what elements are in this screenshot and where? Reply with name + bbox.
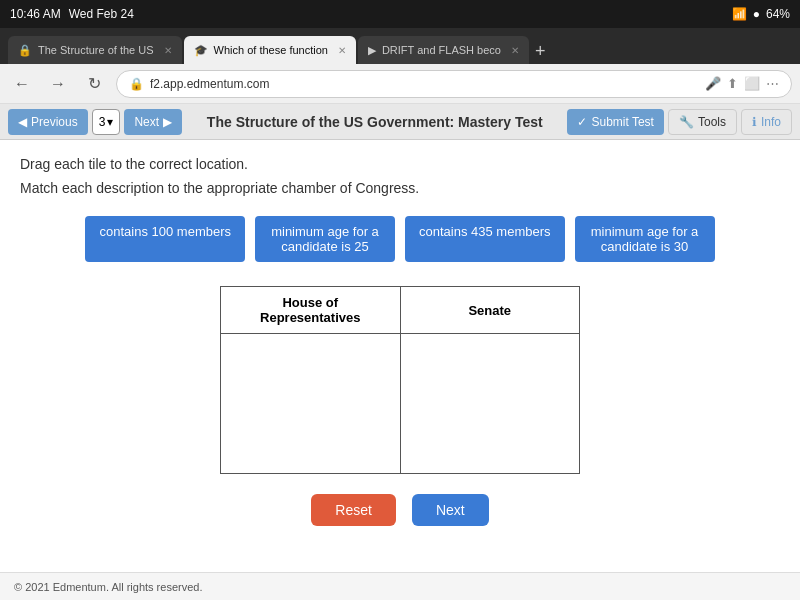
- tab2-icon: 🎓: [194, 44, 208, 57]
- forward-button[interactable]: →: [44, 70, 72, 98]
- tile-min-age-25-label: minimum age for a candidate is 25: [271, 224, 379, 254]
- main-content: Drag each tile to the correct location. …: [0, 140, 800, 572]
- url-bar-icons: 🎤 ⬆ ⬜ ⋯: [705, 76, 779, 91]
- tab1-icon: 🔒: [18, 44, 32, 57]
- tile-contains-435[interactable]: contains 435 members: [405, 216, 565, 262]
- reload-button[interactable]: ↻: [80, 70, 108, 98]
- app-toolbar: ◀ Previous 3 ▾ Next ▶ The Structure of t…: [0, 104, 800, 140]
- instruction1: Drag each tile to the correct location.: [20, 156, 780, 172]
- browser-tab-3[interactable]: ▶ DRIFT and FLASH beco ✕: [358, 36, 529, 64]
- tabs-bar: 🔒 The Structure of the US ✕ 🎓 Which of t…: [0, 28, 800, 64]
- tile-min-age-25[interactable]: minimum age for a candidate is 25: [255, 216, 395, 262]
- status-right: 📶 ● 64%: [732, 7, 790, 21]
- tile-min-age-30-label: minimum age for a candidate is 30: [591, 224, 699, 254]
- lock-icon: 🔒: [129, 77, 144, 91]
- submit-label: Submit Test: [591, 115, 653, 129]
- menu-icon[interactable]: ⋯: [766, 76, 779, 91]
- question-indicator[interactable]: 3 ▾: [92, 109, 121, 135]
- info-button[interactable]: ℹ Info: [741, 109, 792, 135]
- next-arrow-icon: ▶: [163, 115, 172, 129]
- house-drop-zone[interactable]: [221, 334, 401, 474]
- tools-icon: 🔧: [679, 115, 694, 129]
- tile-contains-435-label: contains 435 members: [419, 224, 551, 239]
- reset-button[interactable]: Reset: [311, 494, 396, 526]
- tab3-close[interactable]: ✕: [511, 45, 519, 56]
- next-action-button[interactable]: Next: [412, 494, 489, 526]
- wifi-icon: 📶: [732, 7, 747, 21]
- browser-tab-1[interactable]: 🔒 The Structure of the US ✕: [8, 36, 182, 64]
- senate-header: Senate: [400, 287, 580, 334]
- tab1-label: The Structure of the US: [38, 44, 154, 56]
- prev-arrow-icon: ◀: [18, 115, 27, 129]
- page-title: The Structure of the US Government: Mast…: [186, 114, 563, 130]
- house-header: House of Representatives: [221, 287, 401, 334]
- browser-tab-2[interactable]: 🎓 Which of these function ✕: [184, 36, 356, 64]
- checkmark-icon: ✓: [577, 115, 587, 129]
- address-bar: ← → ↻ 🔒 f2.app.edmentum.com 🎤 ⬆ ⬜ ⋯: [0, 64, 800, 104]
- previous-button[interactable]: ◀ Previous: [8, 109, 88, 135]
- new-tab-button[interactable]: +: [531, 41, 550, 62]
- url-bar[interactable]: 🔒 f2.app.edmentum.com 🎤 ⬆ ⬜ ⋯: [116, 70, 792, 98]
- battery-display: 64%: [766, 7, 790, 21]
- tab3-icon: ▶: [368, 44, 376, 57]
- back-button[interactable]: ←: [8, 70, 36, 98]
- dropdown-icon: ▾: [107, 115, 113, 129]
- mic-icon[interactable]: 🎤: [705, 76, 721, 91]
- tabs-count-icon[interactable]: ⬜: [744, 76, 760, 91]
- tile-contains-100[interactable]: contains 100 members: [85, 216, 245, 262]
- next-toolbar-button[interactable]: Next ▶: [124, 109, 182, 135]
- tools-label: Tools: [698, 115, 726, 129]
- date-display: Wed Feb 24: [69, 7, 134, 21]
- time-display: 10:46 AM: [10, 7, 61, 21]
- tab1-close[interactable]: ✕: [164, 45, 172, 56]
- tools-button[interactable]: 🔧 Tools: [668, 109, 737, 135]
- previous-label: Previous: [31, 115, 78, 129]
- action-buttons: Reset Next: [20, 494, 780, 526]
- tab2-label: Which of these function: [214, 44, 328, 56]
- tiles-container: contains 100 members minimum age for a c…: [20, 216, 780, 262]
- share-icon[interactable]: ⬆: [727, 76, 738, 91]
- info-icon: ℹ: [752, 115, 757, 129]
- tab3-label: DRIFT and FLASH beco: [382, 44, 501, 56]
- tile-contains-100-label: contains 100 members: [99, 224, 231, 239]
- drop-table-wrapper: House of Representatives Senate: [20, 286, 780, 474]
- next-label: Next: [134, 115, 159, 129]
- info-label: Info: [761, 115, 781, 129]
- congress-table: House of Representatives Senate: [220, 286, 580, 474]
- submit-test-button[interactable]: ✓ Submit Test: [567, 109, 663, 135]
- status-left: 10:46 AM Wed Feb 24: [10, 7, 134, 21]
- tile-min-age-30[interactable]: minimum age for a candidate is 30: [575, 216, 715, 262]
- signal-icon: ●: [753, 7, 760, 21]
- senate-drop-zone[interactable]: [400, 334, 580, 474]
- footer: © 2021 Edmentum. All rights reserved.: [0, 572, 800, 600]
- question-number: 3: [99, 115, 106, 129]
- url-text: f2.app.edmentum.com: [150, 77, 269, 91]
- status-bar: 10:46 AM Wed Feb 24 📶 ● 64%: [0, 0, 800, 28]
- instruction2: Match each description to the appropriat…: [20, 180, 780, 196]
- tab2-close[interactable]: ✕: [338, 45, 346, 56]
- copyright-text: © 2021 Edmentum. All rights reserved.: [14, 581, 202, 593]
